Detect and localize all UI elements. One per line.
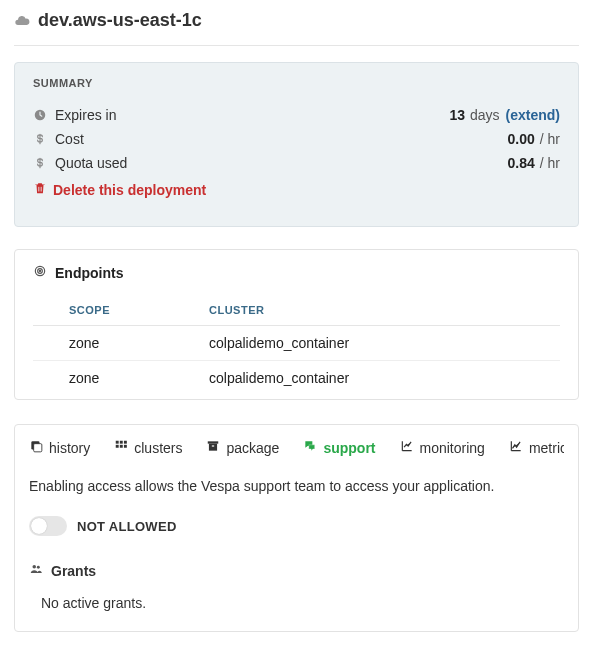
summary-label: Expires in [53, 107, 449, 123]
users-icon [29, 562, 43, 579]
svg-rect-12 [208, 441, 219, 443]
summary-value: 0.00 [508, 131, 535, 147]
summary-unit: / hr [535, 131, 560, 147]
tab-metrics[interactable]: metrics [509, 439, 564, 456]
grants-title: Grants [51, 563, 96, 579]
svg-rect-14 [212, 445, 214, 446]
svg-rect-11 [124, 445, 127, 448]
history-icon [29, 439, 43, 456]
table-row: zone colpalidemo_container [33, 326, 560, 361]
svg-point-15 [33, 565, 37, 569]
summary-unit: days [465, 107, 500, 123]
svg-point-16 [37, 566, 40, 569]
access-toggle-label: NOT ALLOWED [77, 519, 177, 534]
page-header: dev.aws-us-east-1c [14, 8, 579, 46]
cell-cluster: colpalidemo_container [203, 326, 560, 361]
svg-rect-7 [120, 441, 123, 444]
svg-rect-9 [116, 445, 119, 448]
svg-rect-5 [34, 444, 42, 452]
summary-row-expires: Expires in 13 days (extend) [33, 103, 560, 127]
dollar-icon [33, 156, 53, 170]
endpoints-header: Endpoints [33, 264, 560, 281]
access-toggle-row: NOT ALLOWED [29, 516, 564, 536]
tab-history[interactable]: history [29, 439, 90, 456]
summary-value: 13 [449, 107, 465, 123]
clock-icon [33, 108, 53, 122]
col-scope: SCOPE [33, 295, 203, 326]
tab-monitoring[interactable]: monitoring [400, 439, 485, 456]
endpoints-title: Endpoints [55, 265, 123, 281]
grants-empty: No active grants. [29, 595, 564, 611]
endpoints-card: Endpoints SCOPE CLUSTER zone colpalidemo… [14, 249, 579, 400]
table-row: zone colpalidemo_container [33, 361, 560, 396]
tab-package[interactable]: package [206, 439, 279, 456]
cloud-icon [14, 12, 30, 29]
chat-icon [303, 439, 317, 456]
summary-unit: / hr [535, 155, 560, 171]
grid-icon [114, 439, 128, 456]
endpoints-table: SCOPE CLUSTER zone colpalidemo_container… [33, 295, 560, 395]
delete-deployment-label: Delete this deployment [53, 182, 206, 198]
svg-rect-6 [116, 441, 119, 444]
support-note: Enabling access allows the Vespa support… [29, 478, 564, 494]
summary-card: SUMMARY Expires in 13 days (extend) Cost… [14, 62, 579, 227]
tab-support[interactable]: support [303, 439, 375, 456]
dollar-icon [33, 132, 53, 146]
summary-label: Cost [53, 131, 508, 147]
col-cluster: CLUSTER [203, 295, 560, 326]
target-icon [33, 264, 47, 281]
summary-row-cost: Cost 0.00 / hr [33, 127, 560, 151]
cell-cluster: colpalidemo_container [203, 361, 560, 396]
cell-scope: zone [33, 326, 203, 361]
grants-header: Grants [29, 562, 564, 579]
archive-icon [206, 439, 220, 456]
summary-value: 0.84 [508, 155, 535, 171]
svg-point-3 [39, 270, 40, 271]
trash-icon [33, 181, 53, 198]
chart-line-icon [509, 439, 523, 456]
svg-rect-8 [124, 441, 127, 444]
tabs-card: history clusters package support monitor… [14, 424, 579, 632]
tab-clusters[interactable]: clusters [114, 439, 182, 456]
tab-label: history [49, 440, 90, 456]
cell-scope: zone [33, 361, 203, 396]
summary-row-quota: Quota used 0.84 / hr [33, 151, 560, 175]
tab-label: monitoring [420, 440, 485, 456]
tab-label: metrics [529, 440, 564, 456]
tabs: history clusters package support monitor… [29, 439, 564, 456]
page-title: dev.aws-us-east-1c [38, 10, 202, 31]
svg-rect-13 [209, 444, 217, 451]
extend-link[interactable]: (extend) [500, 107, 560, 123]
chart-icon [400, 439, 414, 456]
access-toggle[interactable] [29, 516, 67, 536]
tab-label: package [226, 440, 279, 456]
summary-heading: SUMMARY [33, 77, 560, 89]
tab-label: clusters [134, 440, 182, 456]
summary-label: Quota used [53, 155, 508, 171]
svg-rect-10 [120, 445, 123, 448]
toggle-knob [31, 518, 47, 534]
tab-label: support [323, 440, 375, 456]
delete-deployment-button[interactable]: Delete this deployment [33, 175, 560, 198]
